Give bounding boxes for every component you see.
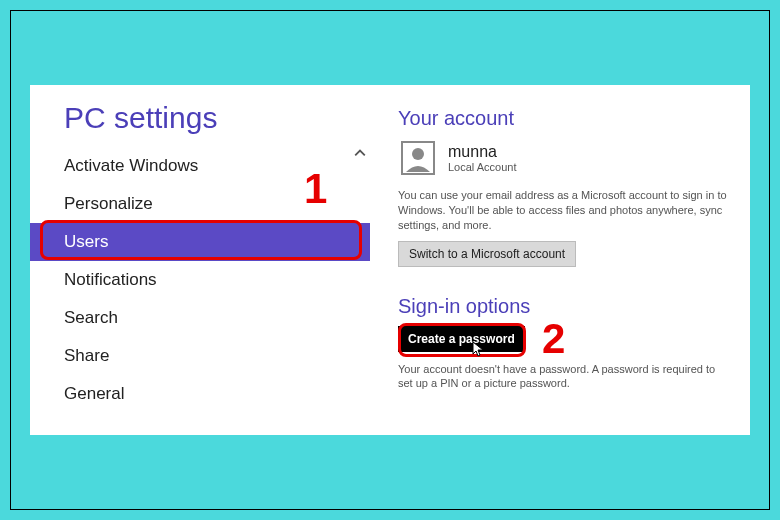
account-description: You can use your email address as a Micr… bbox=[398, 188, 730, 233]
settings-nav: Activate Windows Personalize Users Notif… bbox=[30, 147, 370, 413]
account-row: munna Local Account bbox=[398, 138, 730, 178]
scroll-up-arrow-icon[interactable] bbox=[354, 147, 366, 159]
svg-point-2 bbox=[412, 148, 424, 160]
create-password-button[interactable]: Create a password bbox=[398, 326, 525, 352]
outer-frame: PC settings Activate Windows Personalize… bbox=[10, 10, 770, 510]
nav-item-personalize[interactable]: Personalize bbox=[30, 185, 370, 223]
annotation-number-2: 2 bbox=[542, 315, 565, 363]
pc-settings-window: PC settings Activate Windows Personalize… bbox=[30, 85, 750, 435]
nav-item-notifications[interactable]: Notifications bbox=[30, 261, 370, 299]
account-text: munna Local Account bbox=[448, 143, 517, 173]
signin-section: Sign-in options Create a password Your a… bbox=[398, 295, 730, 392]
page-title: PC settings bbox=[30, 85, 370, 147]
account-name: munna bbox=[448, 143, 517, 161]
switch-to-microsoft-account-button[interactable]: Switch to a Microsoft account bbox=[398, 241, 576, 267]
nav-item-users[interactable]: Users bbox=[30, 223, 370, 261]
account-type: Local Account bbox=[448, 161, 517, 173]
avatar-icon bbox=[398, 138, 438, 178]
signin-options-heading: Sign-in options bbox=[398, 295, 730, 318]
signin-description: Your account doesn't have a password. A … bbox=[398, 362, 730, 392]
nav-item-general[interactable]: General bbox=[30, 375, 370, 413]
nav-item-search[interactable]: Search bbox=[30, 299, 370, 337]
nav-item-activate-windows[interactable]: Activate Windows bbox=[30, 147, 370, 185]
main-panel: Your account munna Local Account You can… bbox=[370, 85, 750, 435]
nav-item-share[interactable]: Share bbox=[30, 337, 370, 375]
your-account-heading: Your account bbox=[398, 107, 730, 130]
sidebar: PC settings Activate Windows Personalize… bbox=[30, 85, 370, 435]
